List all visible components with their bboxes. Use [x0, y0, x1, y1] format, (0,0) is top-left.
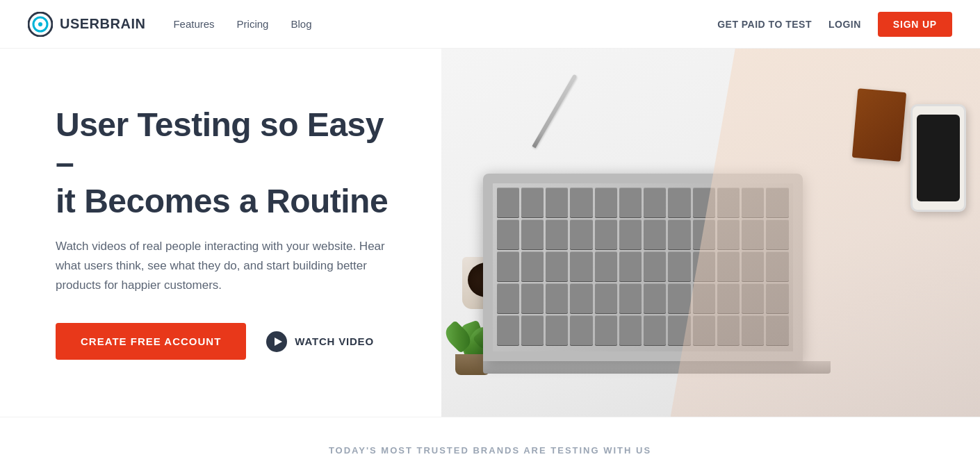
key — [521, 219, 544, 249]
notebook-decoration — [852, 88, 906, 162]
key — [546, 219, 568, 249]
nav-get-paid-link[interactable]: GET PAID TO TEST — [717, 19, 812, 30]
key — [595, 219, 617, 249]
phone-decoration — [910, 104, 966, 212]
hero-cta: CREATE FREE ACCOUNT WATCH VIDEO — [56, 323, 389, 360]
key — [668, 188, 690, 217]
trusted-label: TODAY'S MOST TRUSTED BRANDS ARE TESTING … — [28, 445, 952, 456]
key — [644, 315, 666, 345]
key — [668, 219, 690, 249]
nav-pricing[interactable]: Pricing — [237, 18, 269, 30]
key — [497, 251, 519, 281]
brand-name: USERBRAIN — [60, 16, 145, 32]
navbar: USERBRAIN Features Pricing Blog GET PAID… — [0, 0, 980, 49]
logo-link[interactable]: USERBRAIN — [28, 12, 145, 37]
nav-features[interactable]: Features — [173, 18, 214, 30]
key — [546, 251, 568, 281]
navbar-left: USERBRAIN Features Pricing Blog — [28, 12, 312, 37]
key — [619, 219, 642, 249]
key — [619, 315, 642, 345]
key — [546, 283, 568, 313]
key — [570, 188, 592, 217]
key — [546, 315, 568, 345]
nav-links: Features Pricing Blog — [173, 18, 311, 31]
hero-subtitle: Watch videos of real people interacting … — [56, 237, 389, 295]
key — [497, 283, 519, 313]
play-icon — [266, 331, 288, 353]
hero-image — [441, 49, 981, 417]
key — [644, 251, 666, 281]
key — [595, 315, 617, 345]
key — [644, 188, 666, 217]
key — [595, 283, 617, 313]
hero-content: User Testing so Easy –it Becomes a Routi… — [0, 64, 417, 402]
key — [619, 283, 642, 313]
navbar-right: GET PAID TO TEST LOGIN SIGN UP — [717, 12, 952, 37]
key — [570, 251, 592, 281]
key — [570, 315, 592, 345]
key — [595, 188, 617, 217]
key — [521, 251, 544, 281]
svg-point-2 — [38, 22, 42, 26]
key — [497, 188, 519, 217]
key — [619, 251, 642, 281]
nav-login-link[interactable]: LOGIN — [828, 19, 861, 30]
logo-icon — [28, 12, 53, 37]
nav-blog[interactable]: Blog — [291, 18, 311, 30]
hero-section: User Testing so Easy –it Becomes a Routi… — [0, 49, 980, 417]
watch-video-label: WATCH VIDEO — [295, 335, 374, 347]
watch-video-button[interactable]: WATCH VIDEO — [266, 331, 374, 353]
key — [644, 283, 666, 313]
trusted-section: TODAY'S MOST TRUSTED BRANDS ARE TESTING … — [0, 417, 980, 466]
phone-screen — [917, 115, 960, 201]
key — [570, 283, 592, 313]
key — [521, 188, 544, 217]
key — [668, 283, 690, 313]
key — [521, 315, 544, 345]
key — [546, 188, 568, 217]
key — [668, 251, 690, 281]
nav-signup-button[interactable]: SIGN UP — [878, 12, 952, 37]
key — [570, 219, 592, 249]
hero-title: User Testing so Easy –it Becomes a Routi… — [56, 106, 389, 221]
key — [619, 188, 642, 217]
create-account-button[interactable]: CREATE FREE ACCOUNT — [56, 323, 246, 360]
key — [497, 315, 519, 345]
key — [521, 283, 544, 313]
key — [497, 219, 519, 249]
key — [644, 219, 666, 249]
key — [595, 251, 617, 281]
